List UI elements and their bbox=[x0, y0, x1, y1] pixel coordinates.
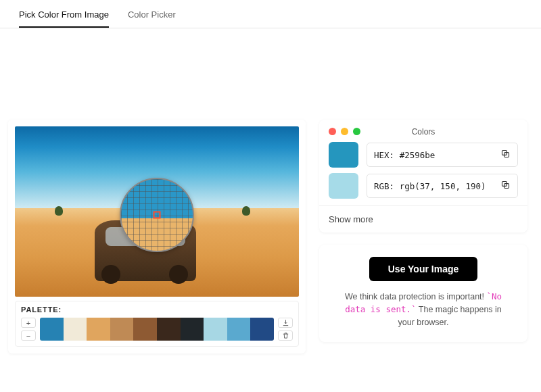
copy-hex-button[interactable] bbox=[500, 149, 511, 161]
image-tree bbox=[55, 206, 63, 216]
primary-swatch[interactable] bbox=[329, 142, 358, 168]
palette-label: PALETTE: bbox=[21, 305, 293, 314]
palette-swatches bbox=[40, 318, 274, 341]
palette-swatch[interactable] bbox=[87, 318, 110, 341]
rgb-code-text: RGB: rgb(37, 150, 190) bbox=[374, 181, 486, 191]
palette-swatch[interactable] bbox=[227, 318, 251, 341]
copy-rgb-button[interactable] bbox=[500, 180, 511, 192]
eyedropper-magnifier[interactable] bbox=[120, 178, 194, 252]
palette-add-button[interactable]: + bbox=[21, 318, 36, 328]
trash-icon bbox=[282, 330, 289, 341]
colors-card: Colors HEX: #2596be bbox=[319, 120, 527, 232]
palette-swatch[interactable] bbox=[250, 318, 274, 341]
palette-swatch[interactable] bbox=[64, 318, 87, 341]
cta-card: Use Your Image We think data protection … bbox=[319, 245, 527, 342]
window-controls bbox=[329, 128, 360, 135]
tab-pick-color-from-image[interactable]: Pick Color From Image bbox=[19, 5, 109, 28]
palette-remove-button[interactable]: − bbox=[21, 330, 36, 341]
sample-image[interactable] bbox=[15, 126, 299, 297]
palette-swatch[interactable] bbox=[40, 318, 64, 341]
palette-swatch[interactable] bbox=[181, 318, 204, 341]
palette-card: PALETTE: + − bbox=[15, 301, 299, 347]
right-column: Colors HEX: #2596be bbox=[319, 120, 527, 353]
rgb-code-box: RGB: rgb(37, 150, 190) bbox=[367, 174, 518, 198]
palette-swatch[interactable] bbox=[204, 318, 227, 341]
zoom-dot-icon[interactable] bbox=[353, 128, 360, 135]
palette-size-controls: + − bbox=[21, 318, 36, 341]
tab-color-picker[interactable]: Color Picker bbox=[128, 5, 176, 28]
image-panel: PALETTE: + − bbox=[8, 120, 306, 353]
rgb-row: RGB: rgb(37, 150, 190) bbox=[329, 173, 518, 199]
close-dot-icon[interactable] bbox=[329, 128, 336, 135]
minimize-dot-icon[interactable] bbox=[341, 128, 348, 135]
image-tree bbox=[242, 206, 250, 216]
copy-icon bbox=[500, 182, 511, 192]
hex-code-text: HEX: #2596be bbox=[374, 150, 435, 160]
download-palette-button[interactable] bbox=[278, 318, 293, 328]
delete-palette-button[interactable] bbox=[278, 330, 293, 341]
window-header: Colors bbox=[329, 128, 518, 135]
palette-swatch[interactable] bbox=[157, 318, 181, 341]
secondary-swatch[interactable] bbox=[329, 173, 358, 199]
cta-description: We think data protection is important! `… bbox=[337, 291, 510, 328]
copy-icon bbox=[500, 151, 511, 161]
download-icon bbox=[282, 318, 289, 328]
hex-code-box: HEX: #2596be bbox=[367, 143, 518, 167]
palette-swatch[interactable] bbox=[110, 318, 134, 341]
palette-action-buttons bbox=[278, 318, 293, 341]
palette-swatch[interactable] bbox=[133, 318, 157, 341]
tab-bar: Pick Color From Image Color Picker bbox=[0, 0, 541, 28]
use-your-image-button[interactable]: Use Your Image bbox=[369, 257, 478, 281]
hex-row: HEX: #2596be bbox=[329, 142, 518, 168]
show-more-button[interactable]: Show more bbox=[319, 205, 527, 232]
workspace: PALETTE: + − bbox=[0, 28, 541, 367]
